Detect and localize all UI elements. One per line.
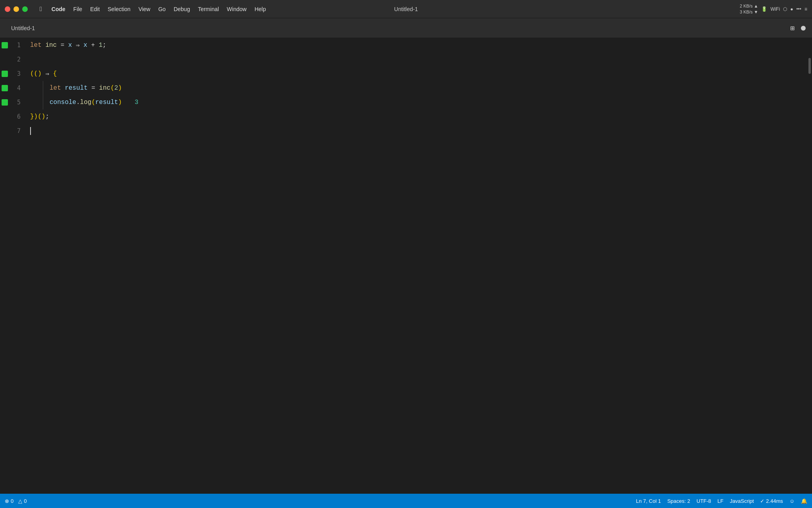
- var-result: result: [65, 85, 88, 92]
- line-number-7: 7: [13, 127, 21, 135]
- punct-eq-4: =: [88, 85, 99, 92]
- menu-edit[interactable]: Edit: [86, 4, 103, 14]
- language-text: JavaScript: [730, 498, 754, 504]
- apple-menu[interactable]: : [36, 4, 46, 14]
- more-actions-icon[interactable]: [801, 26, 806, 31]
- breakpoint-3[interactable]: [2, 71, 8, 77]
- menu-selection[interactable]: Selection: [104, 4, 135, 14]
- code-line-4: let result = inc ( 2 ): [30, 81, 800, 95]
- gutter-line-5: 5: [0, 95, 24, 110]
- window-title: Untitled-1: [394, 6, 418, 12]
- editor: 1 2 3 4 5 6 7 let: [0, 38, 812, 494]
- indentation[interactable]: Spaces: 2: [667, 498, 690, 504]
- menu-go[interactable]: Go: [154, 4, 170, 14]
- code-line-5: console . log ( result ) 3: [30, 95, 800, 110]
- timing[interactable]: ✓ 2.44ms: [760, 498, 783, 504]
- menu-code[interactable]: Code: [48, 4, 69, 14]
- breakpoint-1[interactable]: [2, 42, 8, 48]
- list-icon: ≡: [804, 6, 807, 12]
- code-line-2: [30, 52, 800, 67]
- paren-open-inner: (): [34, 70, 42, 77]
- paren-log-close: ): [118, 99, 122, 106]
- warning-icon: △: [18, 498, 22, 504]
- menu-window[interactable]: Window: [223, 4, 251, 14]
- gutter-line-4: 4: [0, 81, 24, 95]
- timing-text: ✓ 2.44ms: [760, 498, 783, 504]
- arrow-2: ⇒: [42, 70, 53, 78]
- menu-file[interactable]: File: [69, 4, 86, 14]
- menu-terminal[interactable]: Terminal: [194, 4, 223, 14]
- eol-text: LF: [718, 498, 724, 504]
- gutter-line-7: 7: [0, 124, 24, 138]
- paren-call-close: ): [118, 85, 122, 92]
- code-line-1: let inc = x ⇒ x + 1 ;: [30, 38, 800, 52]
- line-number-5: 5: [13, 99, 21, 106]
- error-icon: ⊗: [5, 498, 9, 504]
- line-number-3: 3: [13, 70, 21, 77]
- menu-items:  Code File Edit Selection View Go Debug…: [36, 4, 740, 14]
- minimize-button[interactable]: [13, 6, 19, 12]
- param-x: x: [68, 42, 72, 49]
- cast-icon: ⬡: [783, 6, 787, 12]
- num-2: 2: [114, 85, 118, 92]
- var-x-return: x: [83, 42, 87, 49]
- gutter-line-1: 1: [0, 38, 24, 52]
- close-button[interactable]: [5, 6, 10, 12]
- line-ending[interactable]: LF: [718, 498, 724, 504]
- var-inc: inc: [45, 42, 57, 49]
- var-result-arg: result: [95, 99, 118, 106]
- warning-number: 0: [24, 498, 27, 504]
- paren-call-open: (: [111, 85, 115, 92]
- line-gutter: 1 2 3 4 5 6 7: [0, 38, 24, 494]
- code-line-6: } ) () ;: [30, 110, 800, 124]
- keyword-let-1: let: [30, 42, 45, 49]
- bell-icon: 🔔: [801, 498, 807, 504]
- method-log: log: [80, 99, 92, 106]
- menu-help[interactable]: Help: [251, 4, 270, 14]
- menu-view[interactable]: View: [134, 4, 154, 14]
- line-number-1: 1: [13, 42, 21, 49]
- maximize-button[interactable]: [22, 6, 28, 12]
- net-speed: 2 KB/s ▲3 KB/s ▼: [740, 3, 758, 15]
- notification-icon[interactable]: 🔔: [801, 498, 807, 504]
- menu-debug[interactable]: Debug: [170, 4, 194, 14]
- punct-plus: +: [87, 42, 99, 49]
- status-right: Ln 7, Col 1 Spaces: 2 UTF-8 LF JavaScrip…: [636, 498, 807, 504]
- num-1: 1: [99, 42, 103, 49]
- status-bar: ⊗ 0 △ 0 Ln 7, Col 1 Spaces: 2 UTF-8 LF J…: [0, 494, 812, 508]
- keyword-let-4: let: [50, 85, 65, 92]
- line-number-6: 6: [13, 113, 21, 120]
- line-number-4: 4: [13, 85, 21, 92]
- breakpoint-4[interactable]: [2, 85, 8, 91]
- gutter-line-3: 3: [0, 67, 24, 81]
- punct-semi-1: ;: [103, 42, 107, 49]
- warning-count[interactable]: △ 0: [18, 498, 27, 504]
- menu-bar:  Code File Edit Selection View Go Debug…: [0, 0, 812, 18]
- arrow-1: ⇒: [72, 41, 84, 49]
- tab-bar-right: ⊞: [790, 24, 806, 33]
- scrollbar-track[interactable]: [806, 38, 812, 494]
- var-console: console: [50, 99, 76, 106]
- punct-semi-6: ;: [45, 113, 49, 120]
- file-encoding[interactable]: UTF-8: [697, 498, 711, 504]
- gutter-line-2: 2: [0, 52, 24, 67]
- code-line-3: ( () ⇒ {: [30, 67, 800, 81]
- call-inc: inc: [99, 85, 111, 92]
- cursor-position[interactable]: Ln 7, Col 1: [636, 498, 661, 504]
- tab-untitled-1[interactable]: Untitled-1: [6, 23, 40, 34]
- feedback-icon: ☺: [789, 498, 795, 504]
- error-count[interactable]: ⊗ 0: [5, 498, 13, 504]
- traffic-lights: [5, 6, 28, 12]
- brace-close: }: [30, 113, 34, 120]
- position-text: Ln 7, Col 1: [636, 498, 661, 504]
- menu-bar-right: 2 KB/s ▲3 KB/s ▼ 🔋 WiFi ⬡ ● ••• ≡: [740, 3, 807, 15]
- spaces-text: Spaces: 2: [667, 498, 690, 504]
- smiley-icon[interactable]: ☺: [789, 498, 795, 504]
- brace-open: {: [53, 70, 57, 77]
- code-editor[interactable]: let inc = x ⇒ x + 1 ; ( () ⇒ { let resul…: [24, 38, 806, 494]
- language-mode[interactable]: JavaScript: [730, 498, 754, 504]
- tab-bar: Untitled-1 ⊞: [0, 18, 812, 38]
- breakpoint-5[interactable]: [2, 99, 8, 106]
- split-editor-icon[interactable]: ⊞: [790, 24, 795, 33]
- scrollbar-thumb[interactable]: [808, 58, 811, 74]
